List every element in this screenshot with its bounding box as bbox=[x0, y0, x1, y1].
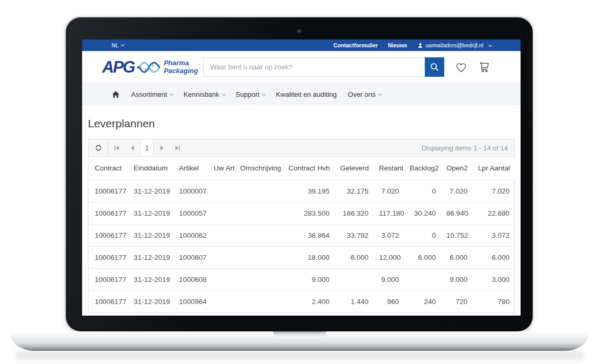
column-header-restant[interactable]: Restant bbox=[374, 157, 404, 180]
search-input[interactable] bbox=[203, 57, 425, 77]
search-button[interactable] bbox=[425, 57, 444, 77]
refresh-button[interactable] bbox=[88, 139, 108, 156]
language-label: NL bbox=[112, 42, 118, 48]
cell-artikel: 1000964 bbox=[174, 290, 208, 312]
cell-contract: 10006177 bbox=[88, 202, 128, 224]
cell-artikel: 1000007 bbox=[174, 180, 208, 202]
cell-contract-hvh: 39.195 bbox=[283, 180, 335, 202]
next-page-button[interactable] bbox=[154, 139, 169, 156]
cell-einddatum: 31-12-2019 bbox=[128, 224, 174, 246]
cart-icon bbox=[478, 60, 491, 74]
prev-page-icon bbox=[129, 145, 136, 151]
cell-uw-art bbox=[208, 268, 235, 290]
current-page[interactable]: 1 bbox=[140, 139, 154, 156]
logo[interactable]: APG Pharma Packaging bbox=[102, 59, 198, 75]
cell-contract-hvh: 9.000 bbox=[283, 268, 335, 290]
nav-item-kennisbank[interactable]: Kennisbank bbox=[184, 90, 225, 98]
table-row[interactable]: 1000617731-12-2019100006236.86433.7923.0… bbox=[88, 224, 515, 246]
last-page-icon bbox=[174, 145, 181, 151]
table-row[interactable]: 1000617731-12-2019100000739.19532.1757.0… bbox=[88, 180, 515, 202]
column-header-contract-hvh[interactable]: Contract Hvh bbox=[283, 157, 335, 180]
nav-item-label: Kennisbank bbox=[184, 90, 219, 98]
nav-item-support[interactable]: Support bbox=[236, 90, 265, 98]
cell-omschrijving bbox=[235, 224, 283, 246]
chevron-down-icon bbox=[378, 92, 382, 96]
cell-contract: 10006177 bbox=[88, 180, 128, 202]
column-header-geleverd[interactable]: Geleverd bbox=[335, 157, 374, 180]
cell-geleverd: 33.792 bbox=[335, 224, 374, 246]
column-header-uw-art[interactable]: Uw Art bbox=[208, 157, 235, 180]
cell-restant: 960 bbox=[374, 290, 404, 312]
cell-backlog2: 0 bbox=[404, 180, 441, 202]
first-page-icon bbox=[113, 145, 120, 151]
chevron-down-icon bbox=[121, 43, 125, 46]
nav-item-assortiment[interactable]: Assortiment bbox=[131, 90, 173, 98]
cell-einddatum: 31-12-2019 bbox=[128, 268, 174, 290]
next-page-icon bbox=[158, 145, 165, 151]
language-selector[interactable]: NL bbox=[112, 42, 124, 48]
column-header-artikel[interactable]: Artikel bbox=[174, 157, 208, 180]
column-header-contract[interactable]: Contract bbox=[88, 157, 128, 180]
table-row[interactable]: 1000617731-12-20191000057283.500166.3201… bbox=[88, 202, 515, 224]
cell-artikel: 1000608 bbox=[174, 268, 208, 290]
cell-omschrijving bbox=[235, 180, 283, 202]
column-header-lpr-aantal[interactable]: Lpr Aantal bbox=[473, 157, 515, 180]
nav-item-label: Support bbox=[236, 90, 260, 98]
cell-restant: 12.000 bbox=[374, 246, 404, 268]
first-page-button[interactable] bbox=[108, 139, 124, 156]
last-page-button[interactable] bbox=[169, 139, 185, 156]
column-header-omschrijving[interactable]: Omschrijving bbox=[235, 157, 283, 180]
cell-geleverd: 6.000 bbox=[335, 246, 374, 268]
column-header-open2[interactable]: Open2 bbox=[441, 157, 473, 180]
cell-uw-art bbox=[208, 246, 235, 268]
cell-uw-art bbox=[208, 202, 235, 224]
cell-restant: 9.000 bbox=[374, 268, 404, 290]
wishlist-button[interactable] bbox=[455, 61, 467, 74]
cell-open2: 720 bbox=[441, 290, 473, 312]
nieuws-link[interactable]: Nieuws bbox=[388, 42, 407, 48]
nav-home[interactable] bbox=[112, 90, 120, 98]
cell-backlog2: 6.000 bbox=[404, 246, 441, 268]
table-row[interactable]: 1000617731-12-2019100060718.0006.00012.0… bbox=[88, 246, 515, 268]
cell-artikel: 1000062 bbox=[174, 224, 208, 246]
laptop-screen-bezel: NL Contactformulier Nieuws uwmailadres@b… bbox=[66, 17, 533, 331]
nav-item-label: Kwaliteit en auditing bbox=[276, 90, 337, 98]
cart-button[interactable] bbox=[478, 60, 491, 74]
cell-contract-hvh: 18.000 bbox=[283, 246, 335, 268]
cell-backlog2 bbox=[404, 268, 441, 290]
cell-contract: 10006177 bbox=[88, 246, 128, 268]
prev-page-button[interactable] bbox=[124, 139, 140, 156]
column-header-einddatum[interactable]: Einddatum bbox=[128, 157, 174, 180]
cell-einddatum: 31-12-2019 bbox=[128, 180, 174, 202]
contactformulier-link[interactable]: Contactformulier bbox=[333, 42, 378, 48]
cell-lpr-aantal: 6.000 bbox=[473, 246, 515, 268]
table-row[interactable]: 1000617731-12-201910009642.4001.44096024… bbox=[88, 290, 515, 312]
cell-einddatum: 31-12-2019 bbox=[128, 202, 174, 224]
logo-tagline-2: Packaging bbox=[164, 67, 198, 75]
cell-contract: 10006177 bbox=[88, 290, 128, 312]
refresh-icon bbox=[95, 144, 102, 151]
cell-open2: 7.020 bbox=[441, 180, 473, 202]
cell-open2: 86.940 bbox=[441, 202, 473, 224]
chevron-down-icon bbox=[488, 43, 492, 47]
nav-item-kwaliteit-en-auditing[interactable]: Kwaliteit en auditing bbox=[276, 90, 337, 98]
leverplannen-table: ContractEinddatumArtikelUw ArtOmschrijvi… bbox=[88, 157, 515, 312]
cell-contract-hvh: 283.500 bbox=[283, 202, 335, 224]
cell-backlog2: 30.240 bbox=[404, 202, 441, 224]
table-row[interactable]: 1000617731-12-201910006089.0009.0009.000… bbox=[88, 268, 515, 290]
cell-omschrijving bbox=[235, 290, 283, 312]
cell-contract-hvh: 36.864 bbox=[283, 224, 335, 246]
table-body: 1000617731-12-2019100000739.19532.1757.0… bbox=[88, 180, 515, 312]
account-menu[interactable]: uwmailadres@bedrijf.nl bbox=[417, 42, 491, 48]
cell-lpr-aantal: 7.020 bbox=[473, 180, 515, 202]
cell-artikel: 1000057 bbox=[174, 202, 208, 224]
cell-geleverd: 166.320 bbox=[335, 202, 374, 224]
top-utility-bar: NL Contactformulier Nieuws uwmailadres@b… bbox=[82, 39, 521, 51]
cell-contract: 10006177 bbox=[88, 224, 128, 246]
cell-uw-art bbox=[208, 224, 235, 246]
nav-item-over-ons[interactable]: Over ons bbox=[348, 90, 381, 98]
dna-icon bbox=[136, 59, 161, 75]
column-header-backlog2[interactable]: Backlog2 bbox=[404, 157, 441, 180]
laptop-base-notch bbox=[273, 331, 326, 338]
cell-open2: 6.000 bbox=[441, 246, 473, 268]
